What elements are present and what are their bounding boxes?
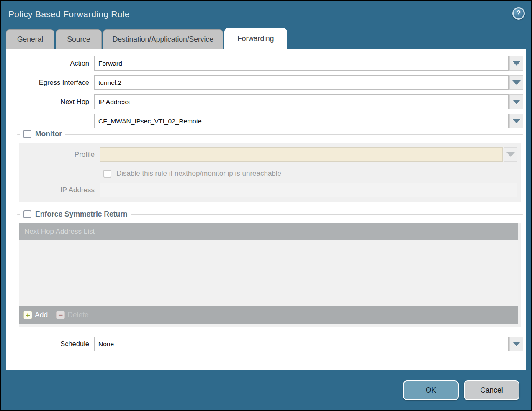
chevron-down-icon: [506, 152, 515, 157]
action-input[interactable]: [94, 56, 509, 71]
schedule-label: Schedule: [10, 337, 94, 351]
enforce-symmetric-return-title: Enforce Symmetric Return: [35, 210, 128, 219]
tab-label: General: [17, 35, 43, 44]
next-hop-type-input[interactable]: [94, 94, 509, 109]
profile-row: Profile: [19, 147, 517, 162]
forwarding-tab-panel: Action Egress Interface Next Hop: [6, 49, 526, 370]
tab-label: Forwarding: [237, 34, 274, 43]
schedule-dropdown-button[interactable]: [509, 337, 523, 351]
next-hop-address-row: [10, 114, 523, 128]
dialog-titlebar: Policy Based Forwarding Rule ?: [1, 1, 531, 27]
next-hop-label: Next Hop: [10, 94, 94, 109]
enforce-symmetric-return-fieldset: Enforce Symmetric Return Next Hop Addres…: [17, 214, 523, 329]
monitor-legend: Monitor: [20, 130, 65, 138]
next-hop-row: Next Hop: [10, 94, 523, 109]
next-hop-address-label: [10, 114, 94, 128]
chevron-down-icon: [512, 342, 521, 346]
delete-button: − Delete: [56, 311, 89, 319]
next-hop-address-list-body: [19, 240, 518, 306]
chevron-down-icon: [512, 119, 521, 123]
monitor-checkbox[interactable]: [23, 130, 31, 138]
egress-interface-input[interactable]: [94, 75, 509, 90]
monitor-ip-label: IP Address: [19, 183, 100, 197]
monitor-panel: Profile Disable this rule if nexthop/mon…: [19, 143, 521, 202]
disable-rule-label: Disable this rule if nexthop/monitor ip …: [116, 169, 281, 178]
tab-source[interactable]: Source: [56, 29, 101, 49]
chevron-down-icon: [512, 80, 521, 85]
schedule-row: Schedule: [10, 337, 523, 351]
plus-icon: +: [23, 311, 32, 319]
profile-label: Profile: [19, 147, 100, 162]
schedule-input[interactable]: [94, 337, 509, 351]
tab-bar: General Source Destination/Application/S…: [6, 27, 526, 49]
cancel-button-label: Cancel: [480, 386, 503, 395]
next-hop-address-input[interactable]: [94, 114, 509, 128]
tab-general[interactable]: General: [6, 29, 54, 49]
profile-dropdown-button: [504, 147, 517, 162]
tab-destination-application-service[interactable]: Destination/Application/Service: [103, 29, 223, 49]
minus-icon: −: [56, 311, 65, 319]
delete-button-label: Delete: [67, 311, 89, 319]
next-hop-address-list-table: Next Hop Address List + Add − Delete: [19, 223, 518, 324]
monitor-fieldset: Monitor Profile Disable this rule if nex…: [17, 134, 523, 204]
help-glyph: ?: [517, 10, 521, 17]
disable-rule-row: Disable this rule if nexthop/monitor ip …: [19, 166, 517, 181]
action-dropdown-button[interactable]: [509, 56, 523, 71]
dialog-title: Policy Based Forwarding Rule: [8, 9, 130, 19]
next-hop-type-dropdown-button[interactable]: [509, 94, 523, 109]
action-row: Action: [10, 56, 523, 71]
ok-button-label: OK: [426, 386, 436, 395]
monitor-ip-input: [100, 183, 517, 197]
ok-button[interactable]: OK: [403, 380, 459, 400]
chevron-down-icon: [512, 100, 521, 104]
egress-interface-label: Egress Interface: [10, 75, 94, 90]
dialog-footer: OK Cancel: [1, 370, 531, 410]
next-hop-address-list-panel: Next Hop Address List + Add − Delete: [19, 223, 521, 327]
enforce-symmetric-return-legend: Enforce Symmetric Return: [20, 210, 131, 219]
cancel-button[interactable]: Cancel: [464, 380, 519, 400]
egress-interface-dropdown-button[interactable]: [509, 75, 523, 90]
monitor-title: Monitor: [35, 130, 62, 138]
action-label: Action: [10, 56, 94, 71]
chevron-down-icon: [512, 61, 521, 66]
help-icon[interactable]: ?: [512, 7, 525, 20]
disable-rule-checkbox: [103, 170, 111, 178]
egress-interface-row: Egress Interface: [10, 75, 523, 90]
tab-label: Source: [67, 35, 90, 44]
next-hop-address-list-toolbar: + Add − Delete: [19, 306, 518, 324]
add-button[interactable]: + Add: [23, 311, 48, 319]
tab-label: Destination/Application/Service: [113, 35, 213, 44]
add-button-label: Add: [35, 311, 48, 319]
policy-based-forwarding-dialog: Policy Based Forwarding Rule ? General S…: [0, 0, 532, 411]
enforce-symmetric-return-checkbox[interactable]: [23, 210, 31, 218]
next-hop-address-dropdown-button[interactable]: [509, 114, 523, 128]
monitor-ip-row: IP Address: [19, 183, 517, 197]
profile-input: [100, 147, 503, 162]
column-header-label: Next Hop Address List: [24, 227, 95, 236]
next-hop-address-list-header: Next Hop Address List: [19, 223, 518, 240]
tab-forwarding[interactable]: Forwarding: [224, 28, 287, 49]
